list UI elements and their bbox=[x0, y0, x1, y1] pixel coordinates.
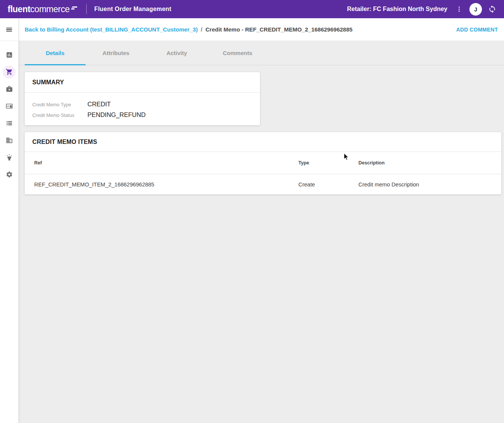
breadcrumb-separator: / bbox=[201, 26, 202, 33]
user-avatar[interactable]: J bbox=[469, 3, 482, 16]
table-header-row: Ref Type Description bbox=[25, 152, 501, 174]
gear-icon bbox=[3, 168, 16, 181]
sidebar bbox=[0, 18, 19, 423]
fluent-logo-mark-icon bbox=[71, 6, 77, 13]
credit-memo-items-card: CREDIT MEMO ITEMS Ref Type Description R… bbox=[25, 132, 501, 194]
refresh-icon[interactable] bbox=[486, 3, 499, 16]
shopping-cart-icon bbox=[3, 66, 16, 79]
list-icon bbox=[3, 117, 16, 130]
more-options-icon[interactable] bbox=[453, 3, 466, 16]
bar-chart-icon bbox=[3, 49, 16, 62]
field-value: CREDIT bbox=[87, 101, 111, 108]
app-title: Fluent Order Management bbox=[94, 6, 171, 13]
column-header-description: Description bbox=[358, 160, 501, 166]
credit-memo-status-field: Credit Memo Status PENDING_REFUND bbox=[32, 111, 252, 118]
credit-memo-items-title: CREDIT MEMO ITEMS bbox=[32, 139, 97, 145]
fluentcommerce-logo: fluentcommerce bbox=[8, 4, 77, 14]
torch-spark-icon bbox=[3, 151, 16, 164]
field-label: Credit Memo Status bbox=[32, 113, 87, 118]
column-header-ref: Ref bbox=[25, 160, 298, 166]
building-icon bbox=[3, 134, 16, 147]
sidebar-item-connect[interactable] bbox=[0, 149, 18, 166]
sidebar-item-catalogs[interactable] bbox=[0, 115, 18, 132]
tab-attributes[interactable]: Attributes bbox=[86, 41, 146, 65]
tab-activity[interactable]: Activity bbox=[146, 41, 207, 65]
cell-description: Credit memo Description bbox=[358, 182, 501, 188]
content-area: SUMMARY Credit Memo Type CREDIT Credit M… bbox=[19, 65, 504, 423]
field-label: Credit Memo Type bbox=[32, 102, 87, 107]
breadcrumb: Back to Billing Account (test_BILLING_AC… bbox=[19, 18, 504, 41]
app-header: fluentcommerce Fluent Order Management R… bbox=[0, 0, 504, 18]
tab-comments[interactable]: Comments bbox=[207, 41, 268, 65]
sidebar-item-dashboard[interactable] bbox=[0, 46, 18, 63]
sidebar-item-locations[interactable] bbox=[0, 132, 18, 149]
tab-details[interactable]: Details bbox=[25, 41, 86, 65]
credit-memo-type-field: Credit Memo Type CREDIT bbox=[32, 101, 252, 108]
column-header-type: Type bbox=[298, 160, 358, 166]
logo-text-light: commerce bbox=[30, 4, 70, 14]
add-comment-button[interactable]: ADD COMMENT bbox=[456, 27, 498, 33]
table-row[interactable]: REF_CREDIT_MEMO_ITEM_2_1686296962885 Cre… bbox=[25, 174, 501, 194]
briefcase-play-icon bbox=[3, 83, 16, 96]
panel-card-icon bbox=[3, 100, 16, 113]
back-to-billing-account-link[interactable]: Back to Billing Account (test_BILLING_AC… bbox=[25, 26, 198, 33]
cell-ref: REF_CREDIT_MEMO_ITEM_2_1686296962885 bbox=[25, 182, 298, 188]
summary-card-title: SUMMARY bbox=[32, 79, 64, 86]
sidebar-item-settings[interactable] bbox=[0, 166, 18, 183]
sidebar-item-billing[interactable] bbox=[0, 98, 18, 115]
sidebar-item-orders[interactable] bbox=[0, 63, 18, 80]
cell-type: Create bbox=[298, 182, 358, 188]
logo-text-bold: fluent bbox=[8, 4, 30, 14]
summary-card: SUMMARY Credit Memo Type CREDIT Credit M… bbox=[25, 72, 260, 125]
sidebar-item-jobs[interactable] bbox=[0, 80, 18, 98]
header-divider bbox=[86, 4, 87, 14]
page-title: Credit Memo - REF_CREDIT_MEMO_2_16862969… bbox=[206, 26, 353, 33]
field-value: PENDING_REFUND bbox=[87, 111, 146, 118]
tab-bar: Details Attributes Activity Comments bbox=[19, 41, 504, 65]
menu-icon[interactable] bbox=[3, 23, 16, 36]
retailer-label: Retailer: FC Fashion North Sydney bbox=[347, 6, 447, 13]
